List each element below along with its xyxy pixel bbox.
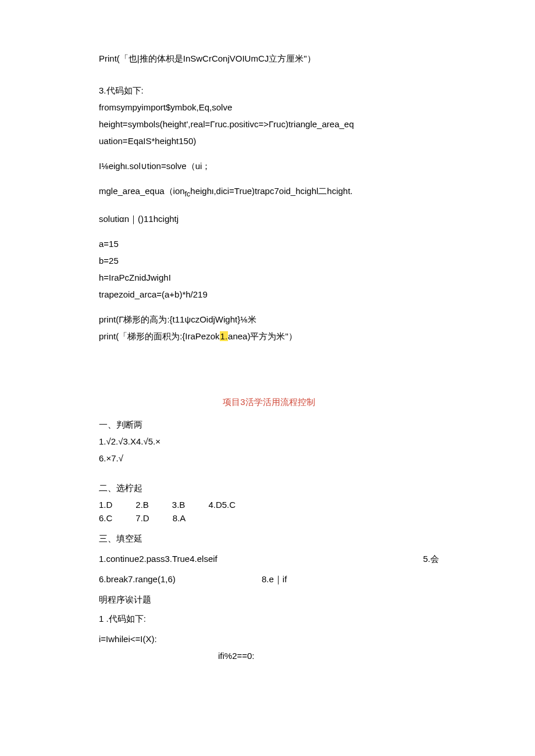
fill-left: 1.continue2.pass3.True4.elseif: [99, 553, 217, 565]
answer-item: 1.D: [99, 499, 112, 511]
choice-row: 1.D 2.B 3.B 4.D5.C: [99, 499, 439, 511]
code-fragment: mgle_area_equa（ion: [99, 186, 185, 196]
code-line: print(Γ梯形的高为:{t11ψczOidjWight}⅛米: [99, 313, 439, 325]
code-line: h=IraPcZnidJwighI: [99, 271, 439, 284]
code-line: b=25: [99, 255, 439, 267]
code-line: mgle_area_equa（ionfcheighι,dici=True)tra…: [99, 185, 439, 200]
choice-heading: 二、选柠起: [99, 482, 439, 494]
document-page: Print(「也|推的体枳是InSwCrConjVOIUmCJ立方厘米"） 3.…: [0, 0, 535, 701]
fill-row: 6.break7.range(1,6) 8.e｜if: [99, 573, 439, 585]
highlighted-text: 1.: [220, 331, 229, 341]
choice-row: 6.C 7.D 8.A: [99, 512, 439, 524]
code-line: ifi%2==0:: [99, 650, 439, 662]
project-3-heading: 项目3活学活用流程控制: [99, 396, 439, 408]
answer-item: 2.B: [135, 499, 149, 511]
code-fragment: print(「梯形的面积为:{IraPezok: [99, 331, 220, 341]
code-line: a=15: [99, 238, 439, 250]
answer-line: 6.×7.√: [99, 452, 439, 464]
fill-row: 1.continue2.pass3.True4.elseif 5.会: [99, 553, 439, 565]
answer-item: 7.D: [135, 512, 149, 524]
code-line: i=Iwhilei<=I(X):: [99, 633, 439, 645]
fill-right: 5.会: [423, 553, 439, 565]
indented-code: ifi%2==0:: [99, 650, 439, 662]
code-fragment: anea)平方为米"）: [228, 331, 297, 341]
fill-heading: 三、填空延: [99, 532, 439, 544]
code-line: uation=EqaIS*height150): [99, 135, 439, 147]
code-line: solutiαn｜()11hcightj: [99, 213, 439, 225]
program-subtitle: 1 .代码如下:: [99, 612, 439, 625]
answer-item: 6.C: [99, 512, 112, 524]
code-line: trapezoid_arca=(a+b)*h/219: [99, 288, 439, 300]
answer-item: 8.A: [173, 512, 186, 524]
answer-line: 1.√2.√3.X4.√5.×: [99, 435, 439, 447]
code-line: height=symbols(height',real=Гruc.positiv…: [99, 118, 439, 130]
code-fragment: heighι,dici=True)trapc7oid_hcighl二hcight…: [190, 186, 352, 196]
code-line: Print(「也|推的体枳是InSwCrConjVOIUmCJ立方厘米"）: [99, 52, 439, 65]
code-line: I⅛eighι.sol∪tion=solve（ui；: [99, 160, 439, 172]
fill-left: 6.break7.range(1,6): [99, 573, 262, 585]
answer-item: 3.B: [172, 499, 186, 511]
section-3-title: 3.代码如下:: [99, 84, 439, 96]
code-line: print(「梯形的面积为:{IraPezok1.anea)平方为米"）: [99, 330, 439, 342]
judgment-heading: 一、判断两: [99, 418, 439, 431]
code-line: fromsympyimport$ymbok,Eq,solve: [99, 101, 439, 113]
program-heading: 明程序诶计题: [99, 593, 439, 605]
answer-item: 4.D5.C: [208, 499, 236, 511]
fill-mid: 8.e｜if: [262, 573, 439, 585]
subscript: fc: [185, 190, 191, 198]
